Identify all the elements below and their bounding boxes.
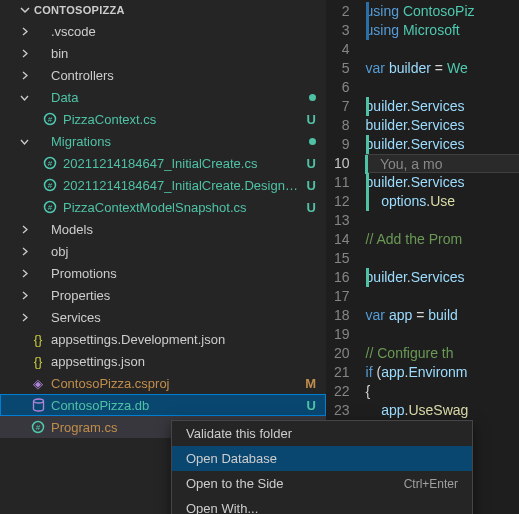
tree-item-label: PizzaContext.cs xyxy=(63,112,303,127)
tree-item[interactable]: #20211214184647_InitialCreate.csU xyxy=(0,152,326,174)
menu-label: Open With... xyxy=(186,501,258,514)
tree-item-label: Properties xyxy=(51,288,316,303)
line-number: 8 xyxy=(334,116,350,135)
json-file-icon: {} xyxy=(30,331,46,347)
git-status-badge: U xyxy=(307,200,316,215)
svg-text:#: # xyxy=(48,159,53,168)
chevron-down-icon xyxy=(20,5,30,15)
code-line: var builder = We xyxy=(366,59,519,78)
tree-item[interactable]: ContosoPizza.dbU xyxy=(0,394,326,416)
code-line xyxy=(366,40,519,59)
chevron-right-icon xyxy=(18,225,30,234)
code-line: builder.Services xyxy=(366,173,519,192)
tree-item[interactable]: Promotions xyxy=(0,262,326,284)
tree-item[interactable]: #20211214184647_InitialCreate.Designer.c… xyxy=(0,174,326,196)
chevron-right-icon xyxy=(18,71,30,80)
git-status-badge: M xyxy=(305,376,316,391)
line-number: 12 xyxy=(334,192,350,211)
gutter-bar xyxy=(366,21,369,40)
tree-item[interactable]: #PizzaContextModelSnapshot.csU xyxy=(0,196,326,218)
git-status-badge: U xyxy=(307,398,316,413)
code-line: builder.Services xyxy=(366,268,519,287)
line-number: 6 xyxy=(334,78,350,97)
tree-item-label: Data xyxy=(51,90,305,105)
tree-item[interactable]: .vscode xyxy=(0,20,326,42)
gutter-bar xyxy=(366,173,369,192)
tree-item-label: Promotions xyxy=(51,266,316,281)
tree-item[interactable]: obj xyxy=(0,240,326,262)
code-line: // Configure th xyxy=(366,344,519,363)
project-title: CONTOSOPIZZA xyxy=(34,4,125,16)
csharp-file-icon: # xyxy=(42,199,58,215)
chevron-right-icon xyxy=(18,313,30,322)
svg-text:#: # xyxy=(36,423,41,432)
tree-item[interactable]: Controllers xyxy=(0,64,326,86)
csharp-file-icon: # xyxy=(30,419,46,435)
tree-item-label: PizzaContextModelSnapshot.cs xyxy=(63,200,303,215)
tree-item-label: bin xyxy=(51,46,316,61)
code-line xyxy=(366,211,519,230)
git-status-badge: U xyxy=(307,156,316,171)
gutter-bar xyxy=(366,2,369,21)
context-menu-item[interactable]: Open to the SideCtrl+Enter xyxy=(172,471,472,496)
csharp-file-icon: # xyxy=(42,155,58,171)
csharp-file-icon: # xyxy=(42,177,58,193)
context-menu: Validate this folderOpen DatabaseOpen to… xyxy=(171,420,473,514)
chevron-right-icon xyxy=(18,247,30,256)
tree-item-label: 20211214184647_InitialCreate.Designer.cs xyxy=(63,178,303,193)
line-number: 22 xyxy=(334,382,350,401)
menu-label: Validate this folder xyxy=(186,426,292,441)
chevron-down-icon xyxy=(18,137,30,146)
tree-item[interactable]: Models xyxy=(0,218,326,240)
chevron-right-icon xyxy=(18,49,30,58)
context-menu-item[interactable]: Open With... xyxy=(172,496,472,514)
line-number: 13 xyxy=(334,211,350,230)
chevron-right-icon xyxy=(18,269,30,278)
line-number: 3 xyxy=(334,21,350,40)
tree-item[interactable]: {}appsettings.Development.json xyxy=(0,328,326,350)
line-number: 23 xyxy=(334,401,350,420)
line-number: 2 xyxy=(334,2,350,21)
code-line xyxy=(366,287,519,306)
tree-item[interactable]: #PizzaContext.csU xyxy=(0,108,326,130)
csharp-file-icon: # xyxy=(42,111,58,127)
chevron-down-icon xyxy=(18,93,30,102)
code-line: app.UseSwag xyxy=(366,401,519,420)
tree-item[interactable]: ◈ContosoPizza.csprojM xyxy=(0,372,326,394)
menu-label: Open to the Side xyxy=(186,476,284,491)
tree-item-label: ContosoPizza.db xyxy=(51,398,303,413)
menu-label: Open Database xyxy=(186,451,277,466)
svg-point-8 xyxy=(33,399,43,403)
gutter-bar xyxy=(366,135,369,154)
context-menu-item[interactable]: Open Database xyxy=(172,446,472,471)
code-line: options.Use xyxy=(366,192,519,211)
tree-item-label: Services xyxy=(51,310,316,325)
tree-item-label: Migrations xyxy=(51,134,305,149)
code-line xyxy=(366,78,519,97)
tree-item[interactable]: Properties xyxy=(0,284,326,306)
tree-item[interactable]: Services xyxy=(0,306,326,328)
tree-item-label: 20211214184647_InitialCreate.cs xyxy=(63,156,303,171)
chevron-right-icon xyxy=(18,291,30,300)
gutter-bar xyxy=(366,268,369,287)
line-number: 10 xyxy=(334,154,350,173)
tree-item[interactable]: Data xyxy=(0,86,326,108)
tree-item[interactable]: bin xyxy=(0,42,326,64)
svg-text:#: # xyxy=(48,181,53,190)
line-number: 20 xyxy=(334,344,350,363)
gutter-bar xyxy=(365,155,368,174)
context-menu-item[interactable]: Validate this folder xyxy=(172,421,472,446)
line-number: 11 xyxy=(334,173,350,192)
line-number: 14 xyxy=(334,230,350,249)
code-line: builder.Services xyxy=(366,97,519,116)
menu-shortcut: Ctrl+Enter xyxy=(404,477,458,491)
code-line: using ContosoPiz xyxy=(366,2,519,21)
explorer-header[interactable]: CONTOSOPIZZA xyxy=(0,0,326,20)
line-number: 7 xyxy=(334,97,350,116)
tree-item-label: ContosoPizza.csproj xyxy=(51,376,301,391)
tree-item[interactable]: Migrations xyxy=(0,130,326,152)
tree-item[interactable]: {}appsettings.json xyxy=(0,350,326,372)
code-line: { xyxy=(366,382,519,401)
line-number: 21 xyxy=(334,363,350,382)
line-number: 16 xyxy=(334,268,350,287)
